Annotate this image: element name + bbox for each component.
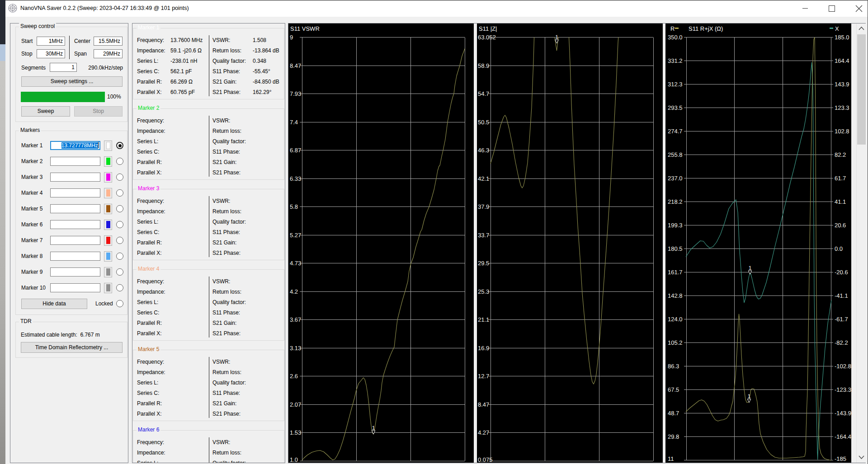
svg-text:16.9: 16.9 xyxy=(478,345,489,352)
svg-text:S11 |Z|: S11 |Z| xyxy=(479,25,497,32)
svg-text:-82.2: -82.2 xyxy=(835,339,848,346)
svg-text:4.2: 4.2 xyxy=(290,288,298,295)
svg-text:199.3: 199.3 xyxy=(668,222,683,229)
svg-text:5.8: 5.8 xyxy=(290,203,298,210)
svg-text:3.13: 3.13 xyxy=(290,345,301,352)
svg-text:R: R xyxy=(670,25,675,32)
svg-text:0.0: 0.0 xyxy=(835,245,843,252)
svg-text:102.8: 102.8 xyxy=(835,128,849,135)
svg-text:48.7: 48.7 xyxy=(668,410,679,417)
svg-text:41.1: 41.1 xyxy=(835,198,846,205)
svg-text:331.2: 331.2 xyxy=(668,57,683,64)
svg-text:61.7: 61.7 xyxy=(835,175,846,182)
svg-text:-41.1: -41.1 xyxy=(835,292,848,299)
svg-text:274.7: 274.7 xyxy=(668,128,683,135)
svg-text:164.4: 164.4 xyxy=(835,57,849,64)
svg-text:142.8: 142.8 xyxy=(668,292,683,299)
svg-text:7.93: 7.93 xyxy=(290,90,301,97)
svg-text:123.3: 123.3 xyxy=(835,104,849,111)
svg-text:-102.8: -102.8 xyxy=(835,363,851,370)
svg-text:2.07: 2.07 xyxy=(290,401,301,408)
svg-text:293.5: 293.5 xyxy=(668,104,683,111)
svg-text:63.052: 63.052 xyxy=(478,34,496,41)
svg-text:25.3: 25.3 xyxy=(478,288,489,295)
svg-text:37.9: 37.9 xyxy=(478,203,489,210)
svg-text:67.5: 67.5 xyxy=(668,386,679,393)
svg-text:143.9: 143.9 xyxy=(835,81,849,88)
svg-text:86.3: 86.3 xyxy=(668,363,679,370)
svg-text:1: 1 xyxy=(748,393,751,399)
svg-text:350.0: 350.0 xyxy=(668,34,683,41)
svg-text:180.5: 180.5 xyxy=(668,245,683,252)
svg-text:11: 11 xyxy=(668,455,674,462)
svg-text:1.0: 1.0 xyxy=(290,456,298,463)
svg-text:29.5: 29.5 xyxy=(478,260,489,267)
svg-text:82.2: 82.2 xyxy=(835,151,846,158)
svg-text:33.7: 33.7 xyxy=(478,232,489,239)
svg-text:9: 9 xyxy=(290,34,293,41)
svg-text:2.6: 2.6 xyxy=(290,373,298,380)
svg-text:S11 R+jX (Ω): S11 R+jX (Ω) xyxy=(689,25,723,32)
svg-text:54.7: 54.7 xyxy=(478,90,489,97)
svg-text:4.27: 4.27 xyxy=(478,429,489,436)
svg-text:58.9: 58.9 xyxy=(478,62,489,69)
svg-text:218.2: 218.2 xyxy=(668,198,683,205)
svg-text:20.6: 20.6 xyxy=(835,222,846,229)
svg-text:X: X xyxy=(835,25,839,32)
svg-text:4.73: 4.73 xyxy=(290,260,301,267)
svg-text:6.87: 6.87 xyxy=(290,147,301,154)
svg-text:185.0: 185.0 xyxy=(835,34,849,41)
svg-text:5.27: 5.27 xyxy=(290,232,301,239)
svg-text:7.4: 7.4 xyxy=(290,119,298,126)
svg-text:S11 VSWR: S11 VSWR xyxy=(290,25,320,32)
svg-text:46.3: 46.3 xyxy=(478,147,489,154)
svg-text:3.67: 3.67 xyxy=(290,316,301,323)
svg-text:1: 1 xyxy=(372,425,375,431)
svg-text:1: 1 xyxy=(555,34,558,40)
svg-text:-143.9: -143.9 xyxy=(835,410,851,417)
svg-text:42.1: 42.1 xyxy=(478,175,489,182)
svg-text:21.1: 21.1 xyxy=(478,316,489,323)
svg-text:161.7: 161.7 xyxy=(668,269,683,276)
svg-text:255.8: 255.8 xyxy=(668,151,683,158)
svg-text:-164.4: -164.4 xyxy=(835,433,851,440)
svg-text:-123.3: -123.3 xyxy=(835,386,851,393)
svg-text:1: 1 xyxy=(749,265,752,271)
svg-text:29.8: 29.8 xyxy=(668,433,679,440)
svg-text:-61.7: -61.7 xyxy=(835,316,848,323)
svg-text:-20.6: -20.6 xyxy=(835,269,848,276)
svg-text:-185: -185 xyxy=(835,455,846,462)
svg-text:105.2: 105.2 xyxy=(668,339,683,346)
svg-text:124.0: 124.0 xyxy=(668,316,683,323)
svg-text:237.0: 237.0 xyxy=(668,175,683,182)
svg-text:50.5: 50.5 xyxy=(478,119,489,126)
svg-text:6.33: 6.33 xyxy=(290,175,301,182)
svg-text:12.7: 12.7 xyxy=(478,373,489,380)
svg-text:312.3: 312.3 xyxy=(668,81,683,88)
svg-text:8.47: 8.47 xyxy=(290,62,301,69)
svg-text:8.47: 8.47 xyxy=(478,401,489,408)
svg-text:1.53: 1.53 xyxy=(290,429,301,436)
